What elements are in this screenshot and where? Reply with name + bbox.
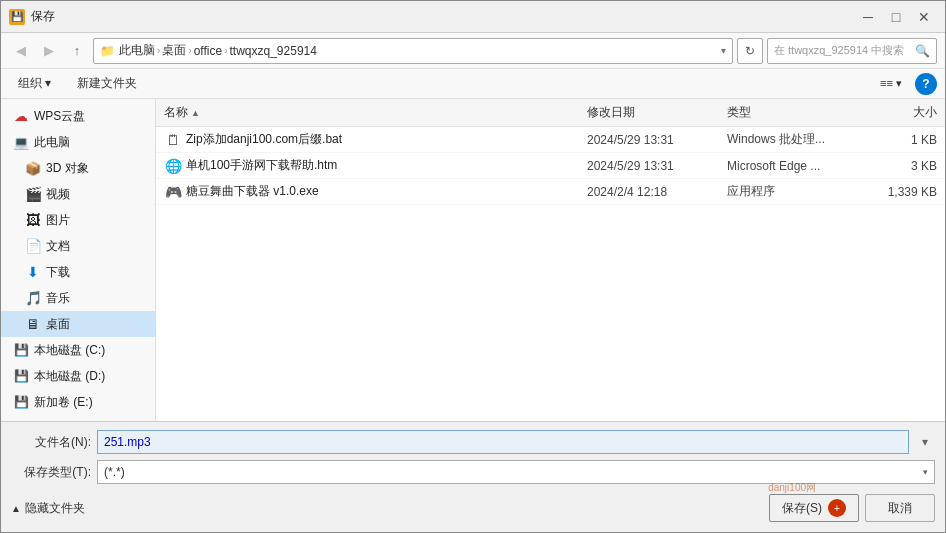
file-date-htm: 2024/5/29 13:31	[587, 159, 727, 173]
breadcrumb-desktop[interactable]: 桌面	[162, 42, 186, 59]
sidebar-label-music: 音乐	[46, 290, 70, 307]
sidebar-item-desktop[interactable]: 🖥 桌面	[1, 311, 155, 337]
file-size-exe: 1,339 KB	[857, 185, 937, 199]
hide-files-label: 隐藏文件夹	[25, 500, 85, 517]
sidebar-item-this-pc[interactable]: 💻 此电脑	[1, 129, 155, 155]
bottom-bar: 文件名(N): ▾ 保存类型(T): (*.*) ▾ ▲ 隐藏文件夹 保存(S)…	[1, 421, 945, 532]
local-c-icon: 💾	[13, 342, 29, 358]
file-list-header: 名称 ▲ 修改日期 类型 大小	[156, 99, 945, 127]
up-button[interactable]: ↑	[65, 39, 89, 63]
window-controls: ─ □ ✕	[855, 6, 937, 28]
sidebar-label-documents: 文档	[46, 238, 70, 255]
sidebar-label-3d-objects: 3D 对象	[46, 160, 89, 177]
desktop-icon: 🖥	[25, 316, 41, 332]
breadcrumb-folder[interactable]: ttwqxzq_925914	[230, 44, 317, 58]
save-button[interactable]: 保存(S) +	[769, 494, 859, 522]
file-date-bat: 2024/5/29 13:31	[587, 133, 727, 147]
sidebar: ☁ WPS云盘 💻 此电脑 📦 3D 对象 🎬 视频 🖼 图片	[1, 99, 156, 421]
sidebar-item-local-c[interactable]: 💾 本地磁盘 (C:)	[1, 337, 155, 363]
new-folder-button[interactable]: 新建文件夹	[68, 73, 146, 95]
file-type-htm: Microsoft Edge ...	[727, 159, 857, 173]
cancel-button[interactable]: 取消	[865, 494, 935, 522]
3d-objects-icon: 📦	[25, 160, 41, 176]
videos-icon: 🎬	[25, 186, 41, 202]
sidebar-item-local-d[interactable]: 💾 本地磁盘 (D:)	[1, 363, 155, 389]
col-type-header[interactable]: 类型	[727, 104, 857, 121]
table-row[interactable]: 🎮 糖豆舞曲下载器 v1.0.exe 2024/2/4 12:18 应用程序 1…	[156, 179, 945, 205]
sidebar-item-new-volume-e[interactable]: 💾 新加卷 (E:)	[1, 389, 155, 415]
content-area: ☁ WPS云盘 💻 此电脑 📦 3D 对象 🎬 视频 🖼 图片	[1, 99, 945, 421]
save-btn-circle: +	[828, 499, 846, 517]
filename-input[interactable]	[97, 430, 909, 454]
filename-row: 文件名(N): ▾	[11, 430, 935, 454]
file-size-htm: 3 KB	[857, 159, 937, 173]
images-icon: 🖼	[25, 212, 41, 228]
search-icon: 🔍	[915, 44, 930, 58]
view-button[interactable]: ≡≡ ▾	[875, 73, 907, 95]
file-icon-exe: 🎮	[164, 183, 182, 201]
file-list: 名称 ▲ 修改日期 类型 大小 🗒 Zip添加danji100.com后缀.ba…	[156, 99, 945, 421]
file-icon-bat: 🗒	[164, 131, 182, 149]
file-icon-htm: 🌐	[164, 157, 182, 175]
filetype-value: (*.*)	[104, 465, 125, 479]
search-placeholder: 在 ttwqxzq_925914 中搜索	[774, 43, 904, 58]
filetype-row: 保存类型(T): (*.*) ▾	[11, 460, 935, 484]
file-type-bat: Windows 批处理...	[727, 131, 857, 148]
this-pc-icon: 💻	[13, 134, 29, 150]
wps-cloud-icon: ☁	[13, 108, 29, 124]
sidebar-item-music[interactable]: 🎵 音乐	[1, 285, 155, 311]
filetype-dropdown[interactable]: (*.*) ▾	[97, 460, 935, 484]
close-button[interactable]: ✕	[911, 6, 937, 28]
sidebar-item-videos[interactable]: 🎬 视频	[1, 181, 155, 207]
search-bar[interactable]: 在 ttwqxzq_925914 中搜索 🔍	[767, 38, 937, 64]
new-volume-e-icon: 💾	[13, 394, 29, 410]
action-row: ▲ 隐藏文件夹 保存(S) + 取消	[11, 490, 935, 524]
hide-files-arrow: ▲	[11, 503, 21, 514]
navigation-toolbar: ◀ ▶ ↑ 📁 此电脑 › 桌面 › office › ttwqxzq_9259…	[1, 33, 945, 69]
sidebar-label-desktop: 桌面	[46, 316, 70, 333]
local-d-icon: 💾	[13, 368, 29, 384]
sidebar-item-images[interactable]: 🖼 图片	[1, 207, 155, 233]
forward-button[interactable]: ▶	[37, 39, 61, 63]
file-name-bat: Zip添加danji100.com后缀.bat	[186, 131, 587, 148]
sidebar-label-wps-cloud: WPS云盘	[34, 108, 85, 125]
table-row[interactable]: 🗒 Zip添加danji100.com后缀.bat 2024/5/29 13:3…	[156, 127, 945, 153]
action-buttons: 保存(S) + 取消	[769, 494, 935, 522]
filename-label: 文件名(N):	[11, 434, 91, 451]
file-date-exe: 2024/2/4 12:18	[587, 185, 727, 199]
minimize-button[interactable]: ─	[855, 6, 881, 28]
hide-files-button[interactable]: ▲ 隐藏文件夹	[11, 500, 85, 517]
title-bar: 💾 保存 ─ □ ✕	[1, 1, 945, 33]
refresh-button[interactable]: ↻	[737, 38, 763, 64]
sidebar-label-videos: 视频	[46, 186, 70, 203]
file-size-bat: 1 KB	[857, 133, 937, 147]
maximize-button[interactable]: □	[883, 6, 909, 28]
table-row[interactable]: 🌐 单机100手游网下载帮助.htm 2024/5/29 13:31 Micro…	[156, 153, 945, 179]
filetype-label: 保存类型(T):	[11, 464, 91, 481]
sidebar-item-wps-cloud[interactable]: ☁ WPS云盘	[1, 103, 155, 129]
col-name-header[interactable]: 名称 ▲	[164, 104, 587, 121]
sidebar-label-this-pc: 此电脑	[34, 134, 70, 151]
folder-icon: 📁	[100, 44, 115, 58]
help-button[interactable]: ?	[915, 73, 937, 95]
sidebar-item-documents[interactable]: 📄 文档	[1, 233, 155, 259]
downloads-icon: ⬇	[25, 264, 41, 280]
sidebar-item-3d-objects[interactable]: 📦 3D 对象	[1, 155, 155, 181]
sidebar-item-downloads[interactable]: ⬇ 下载	[1, 259, 155, 285]
filetype-dropdown-arrow: ▾	[923, 467, 928, 477]
col-date-header[interactable]: 修改日期	[587, 104, 727, 121]
address-bar[interactable]: 📁 此电脑 › 桌面 › office › ttwqxzq_925914 ▾	[93, 38, 733, 64]
organize-button[interactable]: 组织 ▾	[9, 73, 60, 95]
dialog-title: 保存	[31, 8, 855, 25]
secondary-toolbar: 组织 ▾ 新建文件夹 ≡≡ ▾ ?	[1, 69, 945, 99]
address-dropdown-arrow: ▾	[721, 45, 726, 56]
breadcrumb-office[interactable]: office	[194, 44, 222, 58]
sidebar-label-new-volume-e: 新加卷 (E:)	[34, 394, 93, 411]
back-button[interactable]: ◀	[9, 39, 33, 63]
col-size-header[interactable]: 大小	[857, 104, 937, 121]
breadcrumb-pc[interactable]: 此电脑	[119, 42, 155, 59]
sort-arrow-icon: ▲	[191, 108, 200, 118]
app-icon: 💾	[9, 9, 25, 25]
sidebar-label-local-c: 本地磁盘 (C:)	[34, 342, 105, 359]
documents-icon: 📄	[25, 238, 41, 254]
